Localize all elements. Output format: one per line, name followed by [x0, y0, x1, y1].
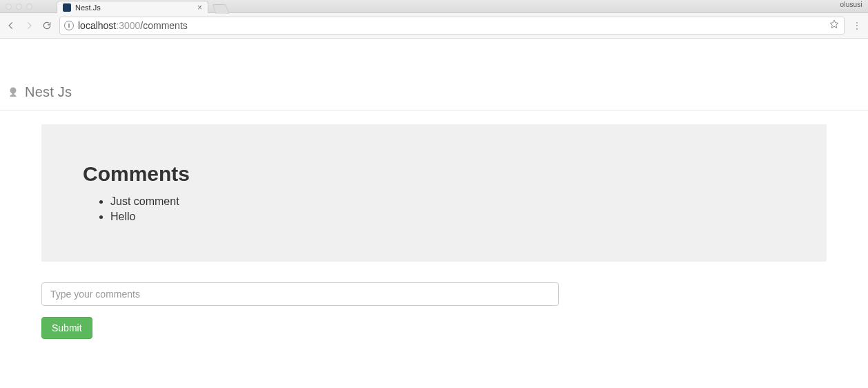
kebab-icon: ⋮ [852, 20, 862, 31]
forward-button [23, 20, 34, 31]
reload-button[interactable] [41, 20, 52, 31]
list-item: Just comment [110, 194, 785, 209]
main-container: Comments Just comment Hello Submit [0, 110, 868, 353]
profile-badge[interactable]: olususi [840, 1, 862, 8]
window-close-dot[interactable] [6, 3, 12, 10]
url-text: localhost:3000/comments [78, 20, 188, 31]
window-maximize-dot[interactable] [26, 3, 32, 10]
submit-button[interactable]: Submit [41, 317, 92, 339]
tab-close-icon[interactable]: × [197, 3, 202, 12]
comment-input[interactable] [41, 282, 559, 306]
comments-panel: Comments Just comment Hello [41, 124, 827, 262]
arrow-left-icon [6, 21, 16, 30]
comments-list: Just comment Hello [83, 194, 785, 224]
new-tab-button[interactable] [212, 4, 229, 14]
back-button[interactable] [6, 20, 17, 31]
reload-icon [42, 21, 52, 30]
brand-logo-icon [7, 86, 19, 99]
tab-favicon-icon [63, 3, 71, 12]
tab-title: Nest.Js [75, 3, 197, 12]
comment-input-row [41, 282, 827, 306]
navbar: Nest Js [0, 73, 868, 110]
browser-toolbar: i localhost:3000/comments ⋮ [0, 13, 868, 39]
tab-strip: Nest.Js × olususi [0, 0, 868, 13]
brand-title: Nest Js [25, 84, 72, 100]
browser-chrome: Nest.Js × olususi i localhost:3000/comme… [0, 0, 868, 39]
window-minimize-dot[interactable] [16, 3, 22, 10]
page-viewport: Nest Js Comments Just comment Hello Subm… [0, 73, 868, 353]
comments-heading: Comments [83, 162, 785, 186]
browser-menu-button[interactable]: ⋮ [851, 21, 862, 30]
arrow-right-icon [24, 21, 34, 30]
star-icon [829, 19, 840, 30]
bookmark-button[interactable] [829, 19, 840, 32]
site-info-icon[interactable]: i [64, 21, 74, 30]
nav-button-group [6, 20, 52, 31]
list-item: Hello [110, 209, 785, 224]
browser-tab[interactable]: Nest.Js × [57, 1, 208, 13]
url-port: :3000 [116, 20, 140, 31]
window-controls [0, 3, 32, 12]
url-host: localhost [78, 20, 116, 31]
address-bar[interactable]: i localhost:3000/comments [59, 17, 845, 35]
url-path: /comments [140, 20, 187, 31]
